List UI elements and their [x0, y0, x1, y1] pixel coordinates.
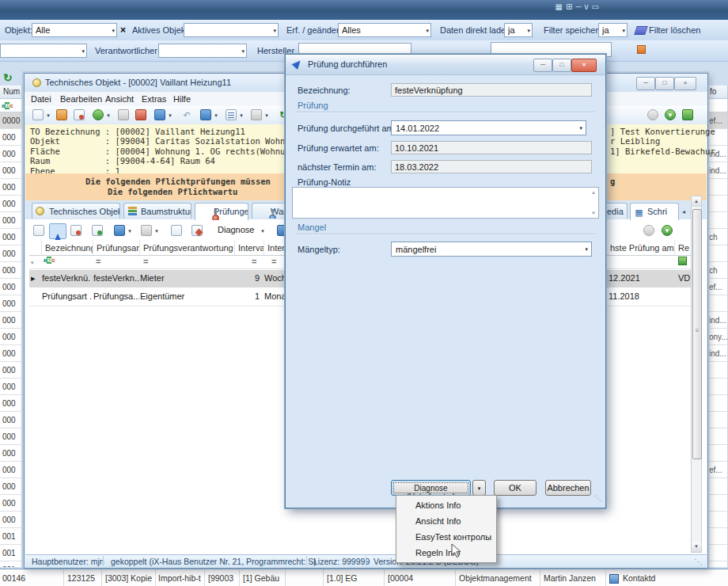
download-circle-icon[interactable]: ▼ — [662, 225, 673, 236]
menu-datei[interactable]: Datei — [31, 94, 51, 104]
col-intervall[interactable]: Interval — [235, 240, 264, 255]
window-green-icon[interactable] — [92, 225, 103, 236]
ok-button[interactable]: OK — [494, 480, 537, 496]
chevron-down-icon[interactable]: ▾ — [112, 27, 115, 34]
table-cell[interactable]: ind... — [707, 162, 728, 179]
table-cell[interactable] — [707, 545, 728, 561]
close-button[interactable]: × — [571, 59, 597, 72]
vertical-scrollbar[interactable]: ▲ ≡ ▼ — [691, 196, 702, 553]
table-cell[interactable] — [707, 561, 728, 567]
pin-icon[interactable]: ▾ — [31, 257, 34, 268]
tab-technisches-objekt[interactable]: Technisches Objekt — [32, 203, 120, 219]
detach-window-icon[interactable] — [171, 225, 182, 236]
diagnose-unterfenster-button[interactable]: Diagnose (Unterfenster) — [391, 480, 471, 496]
new-icon[interactable] — [32, 109, 44, 120]
table-row-number[interactable]: 000 — [0, 279, 22, 295]
maengeltyp-combo[interactable]: mängelfrei ▾ — [391, 242, 592, 257]
durchgefuehrt-date-combo[interactable]: 14.01.2022 ▾ — [391, 120, 586, 135]
table-cell[interactable] — [707, 179, 728, 196]
chevron-down-icon[interactable]: ▾ — [127, 225, 133, 236]
tab-schriftverkehr[interactable]: ▦ Schri — [630, 203, 679, 220]
table-cell[interactable]: ef... — [707, 462, 728, 478]
menu-hilfe[interactable]: Hilfe — [173, 94, 191, 104]
dialog-titlebar[interactable]: Prüfung durchführen ─ □ × — [286, 55, 605, 75]
filter-eq[interactable]: = — [96, 257, 100, 266]
filter-speichern-combo[interactable]: ja▾ — [598, 23, 628, 37]
table-cell[interactable] — [707, 395, 728, 412]
clear-objekt-button[interactable]: × — [120, 25, 126, 35]
table-cell[interactable] — [707, 428, 728, 445]
chevron-down-icon[interactable]: ▾ — [105, 109, 112, 120]
monitor-icon[interactable]: ▭ — [592, 2, 602, 11]
table-row-number[interactable]: 000 — [0, 412, 22, 428]
table-cell[interactable]: ch — [707, 229, 728, 245]
clock-icon[interactable] — [93, 109, 104, 120]
chevron-down-icon[interactable]: ▾ — [622, 27, 625, 34]
info-column-filter[interactable] — [707, 99, 728, 112]
context-menu-item[interactable]: Regeln Info — [396, 545, 496, 561]
chevron-down-icon[interactable]: ▾ — [585, 246, 588, 253]
chevron-down-icon[interactable]: ▾ — [238, 109, 245, 120]
table-cell[interactable]: ind... — [707, 345, 728, 362]
table-row-number[interactable]: 001 — [0, 561, 22, 567]
context-menu-item[interactable]: Ansicht Info — [396, 513, 496, 529]
table-row-number[interactable]: 000 — [0, 495, 22, 512]
minimize-button[interactable]: ─ — [533, 59, 552, 72]
table-cell[interactable] — [707, 512, 728, 528]
table-row-number[interactable]: 000 — [0, 428, 22, 445]
table-cell[interactable]: ef... — [707, 279, 728, 295]
table-row-number[interactable]: 000 — [0, 312, 22, 329]
table-row-number[interactable]: 000 — [0, 478, 22, 495]
objekt-combo[interactable]: Alle▾ — [32, 23, 117, 37]
save-icon[interactable] — [135, 109, 146, 120]
chevron-down-icon[interactable]: ▾ — [45, 109, 51, 120]
message-icon[interactable] — [56, 109, 67, 120]
table-cell[interactable] — [707, 379, 728, 395]
table-row-number[interactable]: 000 — [0, 196, 22, 212]
erf-geaendert-combo[interactable]: Alles▾ — [338, 23, 431, 37]
scroll-up-icon[interactable]: ▲ — [692, 196, 701, 207]
resize-grip-icon[interactable]: ⋱ — [694, 557, 703, 566]
context-menu-item[interactable]: EasyTest контролы — [396, 529, 496, 545]
filter-eq[interactable]: = — [252, 257, 256, 266]
menu-bearbeiten[interactable]: Bearbeiten — [60, 94, 102, 104]
chevron-down-icon[interactable]: ▾ — [264, 109, 270, 120]
table-cell[interactable] — [707, 528, 728, 545]
chevron-down-icon[interactable]: v — [585, 2, 592, 11]
table-cell[interactable]: ind... — [707, 312, 728, 329]
table-row-number[interactable]: 000 — [0, 362, 22, 379]
print-green-icon[interactable] — [682, 109, 693, 120]
table-row-number[interactable]: 000 — [0, 462, 22, 478]
table-cell[interactable] — [707, 495, 728, 512]
table-row-number[interactable]: 000 — [0, 445, 22, 462]
printer-icon[interactable] — [251, 109, 262, 120]
paste-icon[interactable] — [154, 109, 165, 120]
chevron-down-icon[interactable]: ▾ — [273, 27, 276, 34]
table-row-number[interactable]: 000 — [0, 345, 22, 362]
excel-icon[interactable] — [200, 109, 211, 120]
delete-inspection-icon[interactable] — [70, 225, 82, 236]
table-cell[interactable]: ch — [707, 262, 728, 279]
refresh-icon[interactable]: ↻ — [3, 71, 13, 84]
daten-laden-combo[interactable]: ja▾ — [504, 23, 533, 37]
restore-icon[interactable]: ⊞ — [566, 2, 575, 11]
edit-window-icon[interactable] — [191, 225, 203, 236]
chevron-down-icon[interactable]: ▾ — [579, 125, 582, 131]
notiz-textarea[interactable]: ▲ ▼ — [292, 187, 599, 219]
context-menu-item[interactable]: Aktions Info — [396, 497, 496, 513]
table-cell[interactable] — [707, 412, 728, 428]
download-circle-icon[interactable]: ▼ — [665, 109, 676, 120]
abc-filter-icon[interactable]: aBc — [44, 257, 55, 264]
chevron-down-icon[interactable]: ▾ — [213, 109, 219, 120]
chevron-down-icon[interactable]: ▾ — [426, 27, 429, 34]
table-row-number[interactable]: 000 — [0, 262, 22, 279]
tab-media[interactable]: edia — [603, 203, 628, 219]
grid-icon[interactable]: ▦ — [555, 2, 566, 11]
filter-icon-green[interactable] — [678, 257, 687, 265]
chevron-down-icon[interactable]: ▾ — [260, 225, 266, 236]
verantwortlicher-combo[interactable]: ▾ — [158, 44, 247, 58]
table-row-number[interactable]: 000 — [0, 295, 22, 312]
scroll-down-icon[interactable]: ▼ — [692, 542, 701, 552]
chevron-down-icon[interactable]: ▾ — [241, 48, 245, 55]
table-row-number[interactable]: 001 — [0, 545, 22, 561]
